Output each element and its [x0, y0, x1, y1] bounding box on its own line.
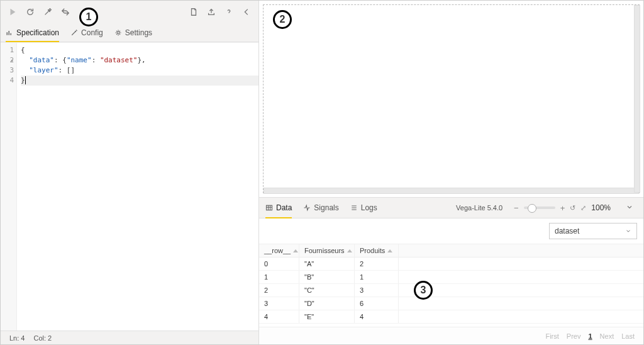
editor-status-bar: Ln: 4 Col: 2	[1, 331, 258, 344]
tab-logs[interactable]: Logs	[350, 198, 377, 218]
dataset-selector-row: dataset	[259, 218, 643, 244]
refresh-button[interactable]	[23, 5, 37, 19]
cell-fournisseurs: "C"	[299, 284, 355, 297]
zoom-reset-button[interactable]: ↺	[570, 204, 575, 212]
new-spec-button[interactable]	[187, 5, 201, 19]
cell-produits: 3	[355, 284, 399, 297]
zoom-level-label: 100%	[591, 203, 611, 212]
pager-prev[interactable]: Prev	[567, 332, 581, 340]
pager-current[interactable]: 1	[588, 332, 592, 340]
cell-produits: 4	[355, 310, 399, 323]
gear-icon	[114, 29, 122, 37]
pager-next[interactable]: Next	[600, 332, 614, 340]
cell-row: 1	[259, 271, 299, 283]
code-editor[interactable]: 1 ▾ 2 3 4 { "data": {"name": "dataset"},…	[1, 42, 258, 331]
cell-fournisseurs: "A"	[299, 257, 355, 270]
cell-fournisseurs: "B"	[299, 271, 355, 283]
zoom-slider[interactable]	[524, 206, 555, 209]
cell-row: 3	[259, 297, 299, 310]
pulse-icon	[303, 204, 311, 212]
pager-last[interactable]: Last	[621, 332, 635, 340]
tab-specification[interactable]: Specification	[6, 23, 59, 42]
svg-point-0	[117, 31, 119, 34]
vega-version-label: Vega-Lite 5.4.0	[456, 204, 502, 212]
tab-signals-label: Signals	[314, 203, 338, 212]
zoom-fit-button[interactable]: ⤢	[580, 204, 586, 212]
cell-row: 0	[259, 257, 299, 270]
pager-first[interactable]: First	[545, 332, 558, 340]
table-pager: First Prev 1 Next Last	[259, 327, 643, 344]
chevron-down-icon	[625, 228, 631, 234]
collapse-inspector-button[interactable]	[622, 203, 637, 213]
bar-chart-icon	[6, 29, 13, 37]
status-line: Ln: 4	[9, 334, 25, 342]
sort-icon	[347, 249, 352, 252]
editor-tabs: Specification Config Settings	[1, 23, 258, 42]
tab-settings[interactable]: Settings	[114, 23, 152, 42]
editor-toolbar	[1, 1, 258, 23]
run-button[interactable]	[6, 5, 19, 19]
svg-rect-1	[267, 205, 272, 210]
table-row: 0 "A" 2	[259, 257, 643, 271]
chart-preview-canvas[interactable]	[263, 4, 640, 193]
tab-config[interactable]: Config	[70, 23, 103, 42]
cell-produits: 1	[355, 271, 399, 283]
col-header-fournisseurs[interactable]: Fournisseurs	[299, 244, 355, 257]
export-button[interactable]	[204, 5, 218, 19]
table-row: 3 "D" 6	[259, 297, 643, 310]
cell-fournisseurs: "D"	[299, 297, 355, 310]
tab-logs-label: Logs	[361, 203, 377, 212]
zoom-in-button[interactable]: +	[560, 203, 565, 213]
cell-produits: 6	[355, 297, 399, 310]
editor-content: { "data": {"name": "dataset"}, "layer": …	[17, 43, 258, 331]
help-button[interactable]	[222, 5, 236, 19]
cell-fournisseurs: "E"	[299, 310, 355, 323]
editor-gutter: 1 ▾ 2 3 4	[1, 43, 17, 331]
collapse-left-button[interactable]	[240, 5, 253, 19]
data-table: __row__ Fournisseurs Produits 0 "A" 2 1 …	[259, 244, 643, 324]
data-table-header: __row__ Fournisseurs Produits	[259, 244, 643, 257]
col-header-row[interactable]: __row__	[259, 244, 299, 257]
sort-icon	[293, 249, 298, 252]
status-col: Col: 2	[33, 334, 52, 342]
chart-preview	[259, 1, 643, 197]
tab-data-label: Data	[276, 203, 292, 212]
wand-icon	[70, 29, 78, 37]
tab-settings-label: Settings	[125, 28, 152, 37]
zoom-controls: − + ↺ ⤢ 100%	[514, 203, 611, 213]
table-icon	[265, 204, 273, 212]
dataset-select[interactable]: dataset	[549, 223, 637, 239]
map-button[interactable]	[58, 5, 72, 19]
table-row: 1 "B" 1	[259, 271, 643, 284]
tab-config-label: Config	[81, 28, 103, 37]
sort-icon	[387, 249, 392, 252]
cell-row: 4	[259, 310, 299, 323]
tab-specification-label: Specification	[16, 28, 59, 37]
fix-button[interactable]	[41, 5, 55, 19]
table-row: 2 "C" 3	[259, 284, 643, 297]
zoom-out-button[interactable]: −	[514, 203, 519, 213]
left-panel: Specification Config Settings 1 ▾ 2 3 4 …	[1, 1, 259, 344]
cell-produits: 2	[355, 257, 399, 270]
table-row: 4 "E" 4	[259, 310, 643, 324]
col-header-produits[interactable]: Produits	[355, 244, 399, 257]
tab-signals[interactable]: Signals	[303, 198, 338, 218]
inspector-toolbar: Data Signals Logs Vega-Lite 5.4.0 − + ↺ …	[259, 197, 643, 218]
right-panel: Data Signals Logs Vega-Lite 5.4.0 − + ↺ …	[259, 1, 643, 344]
tab-data[interactable]: Data	[265, 198, 292, 218]
list-icon	[350, 204, 358, 212]
cell-row: 2	[259, 284, 299, 297]
dataset-select-value: dataset	[555, 227, 579, 235]
